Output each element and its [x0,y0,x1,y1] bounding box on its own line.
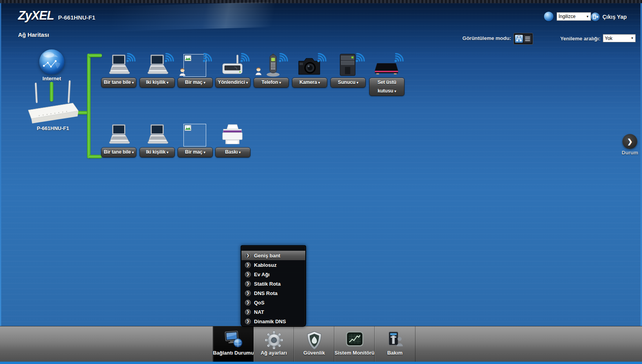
nav-item[interactable]: Bağlantı Durumu [213,326,254,362]
device-dropdown-button[interactable]: Bir maç▾ [178,78,213,88]
printer-icon [220,124,245,147]
broken-image-icon [185,55,191,62]
zyxel-logo: ZyXEL [18,9,54,23]
line-chart-icon [345,331,364,348]
device-icon-area[interactable] [328,52,367,77]
nav-item[interactable]: Ağ ayarları [253,326,294,362]
dropdown-caret-icon: ▾ [279,81,281,85]
submenu-item[interactable]: ❯Kablosuz [241,260,305,270]
chevron-right-icon: ❯ [245,272,251,277]
submenu-item-label: NAT [254,309,264,315]
device-dropdown-button[interactable]: Iki kişilik▾ [140,78,175,88]
dropdown-caret-icon: ▾ [132,150,134,154]
bottom-navbar: Bağlantı DurumuAğ ayarlarıGüvenlikSistem… [0,326,642,362]
device-icon-area[interactable] [290,52,328,77]
nav-item[interactable]: Sistem Monitörü [334,326,375,362]
view-mode-map-button[interactable] [515,35,523,43]
device-icon-area[interactable] [99,52,138,77]
nav-item-label: Güvenlik [291,350,337,356]
device-label: Telefon [261,80,278,85]
device-label: Bir tane bile [104,149,131,155]
submenu-item[interactable]: ❯Statik Rota [241,279,305,288]
unknown-device-placeholder-icon [183,124,206,147]
network-settings-icon [265,331,283,348]
view-mode-label: Görüntüleme modu: [447,35,511,41]
chevron-right-icon: ❯ [245,319,251,324]
device-icon-area[interactable] [176,121,214,147]
dropdown-caret-icon: ▾ [394,89,396,93]
wifi-signal-icon [240,51,252,63]
nav-item[interactable]: Bakım [374,326,415,362]
device-icon-area[interactable] [252,52,290,77]
device-dropdown-button[interactable]: Yönlendirici▾ [215,78,250,88]
submenu-item[interactable]: ❯DNS Rota [241,288,305,298]
device-label: Bir tane bile [104,80,131,85]
select-caret-icon: ▼ [631,36,634,40]
chevron-right-icon: ❯ [245,253,251,259]
language-select[interactable]: İngilizce ▼ [557,12,591,21]
wifi-signal-icon [164,51,176,63]
device-label: Baskı [225,149,238,155]
device-icon-area[interactable] [138,121,176,147]
view-mode-list-button[interactable] [524,35,531,43]
status-panel-button[interactable]: ❯ [622,134,637,149]
maintenance-icon [386,331,404,348]
logout-icon[interactable] [591,13,600,21]
language-globe-icon [544,12,553,21]
submenu-item-label: Kablosuz [254,262,277,268]
device-dropdown-button[interactable]: Iki kişilik▾ [140,147,175,158]
device-dropdown-button[interactable]: Set üstü kutusu▾ [369,78,404,96]
left-border [0,3,1,361]
device-dropdown-button[interactable]: Telefon▾ [254,78,289,88]
device-dropdown-button[interactable]: Bir tane bile▾ [101,147,136,158]
refresh-interval-select[interactable]: Yok ▼ [603,34,636,42]
gear-icon [265,331,283,350]
internet-globe-icon[interactable] [39,49,64,74]
cable-branch-bottom [89,155,102,158]
dropdown-caret-icon: ▾ [167,150,168,154]
device-icon-area[interactable] [138,52,176,77]
device-label: Iki kişilik [146,80,165,85]
wifi-signal-icon [317,51,328,63]
nav-item-label: Sistem Monitörü [331,350,378,356]
device-dropdown-button[interactable]: Baskı▾ [215,147,250,158]
device-label: Bir maç [185,149,202,155]
submenu-item[interactable]: ❯Ev Ağı [241,270,305,279]
nav-item[interactable]: Güvenlik [294,326,334,362]
submenu-item[interactable]: ❯NAT [241,307,305,317]
nav-item-label: Bakım [372,350,418,356]
device-label: Iki kişilik [146,149,165,155]
connection-status-icon [224,331,243,348]
device-dropdown-button[interactable]: Bir tane bile▾ [101,78,136,88]
device-dropdown-button[interactable]: Bir maç▾ [178,147,213,158]
wifi-signal-icon [202,51,214,63]
device-dropdown-button[interactable]: Sunucu▾ [330,78,366,88]
device-label: Kamera [299,80,317,85]
device-icon-area[interactable] [367,52,406,77]
refresh-interval-label: Yenileme aralığı: [557,36,600,42]
chevron-right-icon: ❯ [245,281,251,287]
device-icon-area[interactable] [99,121,138,147]
submenu-item-label: Dinamik DNS [254,319,286,324]
dropdown-caret-icon: ▾ [318,81,320,85]
dropdown-caret-icon: ▾ [132,81,134,85]
logout-button[interactable]: Çıkış Yap [602,14,627,20]
laptop-icon [144,124,170,147]
device-dropdown-button[interactable]: Kamera▾ [292,78,327,88]
cable-trunk [87,54,91,158]
submenu-item-label: Ev Ağı [254,272,270,277]
dropdown-caret-icon: ▾ [357,81,358,85]
device-icon-area[interactable] [213,121,252,147]
submenu-item[interactable]: ❯Geniş bant [241,251,305,260]
submenu-item-label: Statik Rota [254,281,281,287]
system-monitor-icon [345,331,364,348]
dropdown-caret-icon: ▾ [167,81,168,85]
device-icon-area[interactable] [213,52,252,77]
dropdown-caret-icon: ▾ [204,150,205,154]
submenu-item[interactable]: ❯QoS [241,298,305,307]
device-label: Sunucu [338,80,355,85]
router-device-icon[interactable] [24,80,82,123]
device-icon-area[interactable] [176,52,214,77]
user-avatar-icon [179,67,186,76]
submenu-item[interactable]: ❯Dinamik DNS [241,317,305,326]
